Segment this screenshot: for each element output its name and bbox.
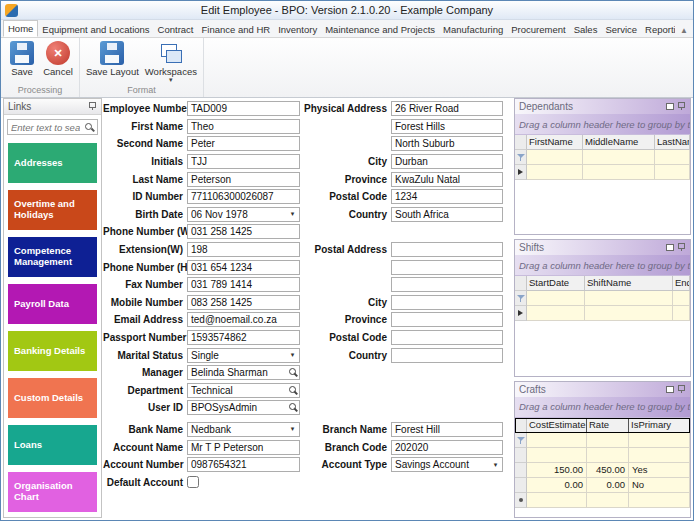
maximize-icon[interactable] bbox=[666, 103, 674, 110]
cell-isprimary[interactable]: No bbox=[629, 478, 690, 493]
input-postal-address-line-3[interactable] bbox=[391, 277, 503, 292]
input-manager[interactable] bbox=[187, 365, 300, 380]
cell-startdate[interactable] bbox=[527, 291, 585, 306]
tab-contract[interactable]: Contract bbox=[154, 22, 198, 37]
cancel-button[interactable]: Cancel bbox=[40, 39, 76, 85]
cell-firstname[interactable] bbox=[527, 150, 583, 165]
input-postal-address-country[interactable] bbox=[391, 348, 503, 363]
input-department[interactable] bbox=[187, 383, 300, 398]
tab-service[interactable]: Service bbox=[601, 22, 641, 37]
cell-rate[interactable]: 0.00 bbox=[587, 478, 629, 493]
input-postal-address-postal-code[interactable] bbox=[391, 330, 503, 345]
tab-home[interactable]: Home bbox=[3, 20, 38, 37]
pin-icon[interactable] bbox=[677, 243, 686, 252]
lookup-search-icon[interactable] bbox=[286, 384, 299, 397]
tab-inventory[interactable]: Inventory bbox=[274, 22, 321, 37]
input-branch-code[interactable] bbox=[391, 440, 503, 455]
checkbox-default-account[interactable] bbox=[187, 476, 199, 488]
input-postal-address-city[interactable] bbox=[391, 295, 503, 310]
column-header-firstname[interactable]: FirstName bbox=[527, 135, 583, 150]
column-header-startdate[interactable]: StartDate bbox=[527, 276, 585, 291]
input-passport-number[interactable] bbox=[187, 330, 300, 345]
cell-isprimary[interactable] bbox=[629, 433, 690, 448]
link-loans[interactable]: Loans bbox=[8, 425, 97, 465]
save-layout-button[interactable]: Save Layout bbox=[83, 39, 142, 85]
cell-firstname[interactable] bbox=[527, 165, 583, 180]
link-competence-management[interactable]: Competence Management bbox=[8, 237, 97, 277]
input-phone-number-w[interactable] bbox=[187, 224, 300, 239]
link-custom-details[interactable]: Custom Details bbox=[8, 378, 97, 418]
chevron-down-icon[interactable]: ▾ bbox=[286, 423, 299, 436]
column-header-enddate[interactable]: EndDate bbox=[673, 276, 690, 291]
cell-isprimary[interactable] bbox=[629, 493, 690, 508]
cell-rate[interactable] bbox=[587, 448, 629, 463]
ribbon-collapse-icon[interactable]: ▲ bbox=[675, 26, 693, 37]
cell-isprimary[interactable]: Yes bbox=[629, 463, 690, 478]
cell-costestimate[interactable]: 150.00 bbox=[527, 463, 587, 478]
cell-costestimate[interactable]: 0.00 bbox=[527, 478, 587, 493]
input-physical-address-city[interactable] bbox=[391, 154, 503, 169]
input-marital-status[interactable] bbox=[187, 348, 300, 363]
link-payroll-data[interactable]: Payroll Data bbox=[8, 284, 97, 324]
cell-costestimate[interactable] bbox=[527, 493, 587, 508]
input-physical-address-line-1[interactable] bbox=[391, 101, 503, 116]
cell-rate[interactable] bbox=[587, 493, 629, 508]
filter-icon[interactable] bbox=[517, 436, 525, 444]
save-button[interactable]: Save bbox=[4, 39, 40, 85]
filter-icon[interactable] bbox=[517, 153, 525, 161]
input-postal-address-line-2[interactable] bbox=[391, 260, 503, 275]
pin-icon[interactable] bbox=[677, 385, 686, 394]
cell-rate[interactable]: 450.00 bbox=[587, 463, 629, 478]
input-fax-number[interactable] bbox=[187, 277, 300, 292]
tab-maintenance-and-projects[interactable]: Maintenance and Projects bbox=[321, 22, 439, 37]
cell-startdate[interactable] bbox=[527, 306, 585, 321]
input-user-id[interactable] bbox=[187, 400, 300, 415]
cell-rate[interactable] bbox=[587, 433, 629, 448]
cell-enddate[interactable] bbox=[673, 291, 690, 306]
input-account-type[interactable] bbox=[391, 457, 503, 472]
cell-isprimary[interactable] bbox=[629, 448, 690, 463]
input-physical-address-province[interactable] bbox=[391, 172, 503, 187]
tab-sales[interactable]: Sales bbox=[570, 22, 602, 37]
cell-middlename[interactable] bbox=[583, 165, 655, 180]
input-physical-address-line-3[interactable] bbox=[391, 136, 503, 151]
maximize-icon[interactable] bbox=[666, 386, 674, 393]
tab-equipment-and-locations[interactable]: Equipment and Locations bbox=[38, 22, 153, 37]
tab-finance-and-hr[interactable]: Finance and HR bbox=[197, 22, 274, 37]
lookup-search-icon[interactable] bbox=[286, 401, 299, 414]
cell-shiftname[interactable] bbox=[585, 291, 673, 306]
cell-middlename[interactable] bbox=[583, 150, 655, 165]
lookup-search-icon[interactable] bbox=[286, 366, 299, 379]
input-physical-address-line-2[interactable] bbox=[391, 119, 503, 134]
tab-manufacturing[interactable]: Manufacturing bbox=[439, 22, 507, 37]
input-last-name[interactable] bbox=[187, 172, 300, 187]
column-header-middlename[interactable]: MiddleName bbox=[583, 135, 655, 150]
input-id-number[interactable] bbox=[187, 189, 300, 204]
link-organisation-chart[interactable]: Organisation Chart bbox=[8, 472, 97, 512]
input-employee-number[interactable] bbox=[187, 101, 300, 116]
input-bank-name[interactable] bbox=[187, 422, 300, 437]
maximize-icon[interactable] bbox=[666, 244, 674, 251]
input-phone-number-h[interactable] bbox=[187, 260, 300, 275]
link-overtime-and-holidays[interactable]: Overtime and Holidays bbox=[8, 190, 97, 230]
input-branch-name[interactable] bbox=[391, 422, 503, 437]
cell-lastname[interactable] bbox=[655, 150, 690, 165]
input-account-number[interactable] bbox=[187, 457, 300, 472]
input-extension-w[interactable] bbox=[187, 242, 300, 257]
input-first-name[interactable] bbox=[187, 119, 300, 134]
column-header-lastname[interactable]: LastName bbox=[655, 135, 690, 150]
input-second-name[interactable] bbox=[187, 136, 300, 151]
workspaces-button[interactable]: Workspaces▾ bbox=[142, 39, 200, 85]
chevron-down-icon[interactable]: ▾ bbox=[286, 208, 299, 221]
cell-costestimate[interactable] bbox=[527, 448, 587, 463]
input-mobile-number[interactable] bbox=[187, 295, 300, 310]
input-physical-address-postal-code[interactable] bbox=[391, 189, 503, 204]
link-addresses[interactable]: Addresses bbox=[8, 143, 97, 183]
input-birth-date[interactable] bbox=[187, 207, 300, 222]
tab-reporting[interactable]: Reporting bbox=[641, 22, 675, 37]
input-initials[interactable] bbox=[187, 154, 300, 169]
chevron-down-icon[interactable]: ▾ bbox=[489, 458, 502, 471]
input-email-address[interactable] bbox=[187, 312, 300, 327]
cell-costestimate[interactable] bbox=[527, 433, 587, 448]
input-physical-address-country[interactable] bbox=[391, 207, 503, 222]
